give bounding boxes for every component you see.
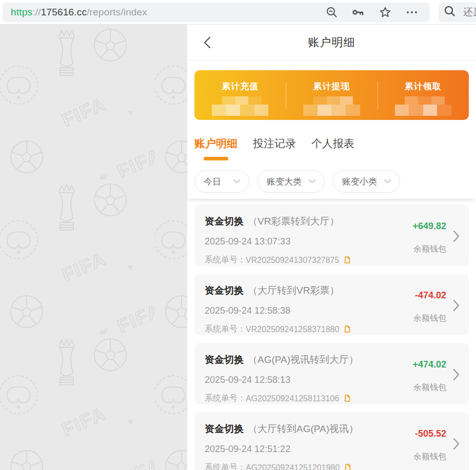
- summary-total-claim: 累计领取: [378, 80, 469, 113]
- filter-label: 账变大类: [267, 176, 302, 188]
- transaction-datetime: 2025-09-24 12:58:13: [205, 375, 390, 385]
- address-bar[interactable]: https://175616.cc/reports/index: [3, 3, 430, 22]
- order-number: VR202509241258371880: [246, 325, 339, 334]
- tab-label: 个人报表: [311, 136, 354, 151]
- active-tab-indicator: [204, 157, 228, 160]
- summary-total-deposit: 累计充值: [194, 80, 286, 113]
- summary-total-withdraw: 累计提现: [286, 80, 377, 113]
- transaction-amount: +474.02: [390, 359, 446, 370]
- transaction-type: 资金切换: [205, 285, 244, 296]
- browser-toolbar: https://175616.cc/reports/index 还原: [0, 0, 476, 25]
- summary-card: 累计充值 累计提现 累计领取: [194, 70, 469, 120]
- wallet-type-label: 余额钱包: [390, 244, 446, 255]
- filter-minor-category-dropdown[interactable]: 账变小类: [333, 170, 400, 193]
- find-query-text: 还原: [463, 6, 476, 19]
- transaction-card[interactable]: 资金切换（大厅转到VR彩票） 2025-09-24 12:58:38 系统单号：…: [194, 274, 469, 335]
- chevron-right-icon[interactable]: [453, 369, 460, 383]
- transaction-amount: -474.02: [390, 290, 446, 301]
- chevron-down-icon: [309, 179, 315, 183]
- background-watermark: FIFA: [0, 25, 187, 470]
- chevron-right-icon[interactable]: [453, 230, 460, 244]
- zoom-out-icon[interactable]: [326, 6, 338, 18]
- report-tabs: 账户明细 投注记录 个人报表: [187, 120, 476, 160]
- key-icon[interactable]: [352, 6, 365, 18]
- transaction-datetime: 2025-09-24 12:58:38: [205, 305, 390, 316]
- summary-label: 累计提现: [313, 80, 350, 92]
- order-number-label: 系统单号：: [205, 324, 246, 335]
- transaction-type: 资金切换: [205, 423, 244, 434]
- url-separator: ://: [32, 7, 41, 17]
- transaction-detail: （大厅转到VR彩票）: [248, 285, 339, 296]
- transaction-type: 资金切换: [205, 216, 244, 227]
- chevron-down-icon: [384, 179, 391, 183]
- redacted-value: [303, 96, 360, 116]
- tab-personal-report[interactable]: 个人报表: [311, 136, 354, 160]
- copy-icon[interactable]: [343, 463, 351, 470]
- copy-icon[interactable]: [343, 394, 351, 403]
- filter-major-category-dropdown[interactable]: 账变大类: [257, 170, 325, 193]
- summary-label: 累计充值: [222, 80, 259, 92]
- page-url[interactable]: https://175616.cc/reports/index: [11, 7, 147, 18]
- transaction-datetime: 2025-09-24 13:07:33: [205, 236, 390, 247]
- find-in-page-box[interactable]: 还原: [439, 3, 476, 22]
- search-icon: [444, 5, 456, 19]
- filter-date-dropdown[interactable]: 今日: [194, 170, 249, 193]
- page-header: 账户明细: [187, 25, 476, 60]
- order-number: AG202509241258113106: [246, 394, 339, 403]
- transaction-card[interactable]: 资金切换（VR彩票转到大厅） 2025-09-24 13:07:33 系统单号：…: [194, 205, 469, 266]
- transaction-detail: （AG(PA)视讯转到大厅）: [248, 354, 359, 365]
- transaction-list: 资金切换（VR彩票转到大厅） 2025-09-24 13:07:33 系统单号：…: [187, 199, 476, 470]
- fifa-pattern: FIFA: [0, 25, 187, 470]
- wallet-type-label: 余额钱包: [390, 452, 446, 462]
- filter-label: 今日: [204, 176, 221, 188]
- star-icon[interactable]: [379, 6, 391, 18]
- tab-account-detail[interactable]: 账户明细: [194, 136, 237, 160]
- chevron-right-icon[interactable]: [453, 438, 460, 452]
- tab-label: 账户明细: [194, 136, 237, 151]
- transaction-type: 资金切换: [205, 354, 244, 365]
- back-button[interactable]: [200, 34, 217, 51]
- tab-bet-records[interactable]: 投注记录: [253, 136, 296, 160]
- transaction-card[interactable]: 资金切换（大厅转到AG(PA)视讯） 2025-09-24 12:51:22 系…: [194, 412, 469, 470]
- redacted-value: [395, 96, 452, 116]
- order-number-label: 系统单号：: [205, 255, 246, 265]
- transaction-amount: -505.52: [390, 428, 446, 439]
- transaction-amount: +649.82: [390, 221, 446, 232]
- redacted-value: [212, 96, 269, 116]
- url-scheme: https: [11, 7, 32, 17]
- filter-label: 账变小类: [342, 176, 377, 188]
- filter-bar: 今日 账变大类 账变小类: [187, 160, 476, 199]
- copy-icon[interactable]: [343, 325, 351, 334]
- transaction-detail: （大厅转到AG(PA)视讯）: [248, 423, 359, 434]
- order-number: AG202509241251201980: [246, 463, 340, 470]
- page-title: 账户明细: [308, 35, 355, 50]
- copy-icon[interactable]: [343, 256, 351, 264]
- order-number: VR202509241307327875: [246, 256, 339, 265]
- account-detail-panel: 账户明细 累计充值 累计提现 累计领取: [187, 25, 476, 470]
- tab-label: 投注记录: [253, 136, 296, 151]
- url-host: 175616.cc: [41, 7, 87, 17]
- url-path: /reports/index: [87, 7, 147, 17]
- order-number-label: 系统单号：: [205, 462, 246, 470]
- summary-label: 累计领取: [405, 80, 442, 92]
- transaction-card[interactable]: 资金切换（AG(PA)视讯转到大厅） 2025-09-24 12:58:13 系…: [194, 343, 469, 404]
- ellipsis-icon[interactable]: [405, 6, 419, 18]
- transaction-detail: （VR彩票转到大厅）: [248, 216, 339, 227]
- transaction-datetime: 2025-09-24 12:51:22: [205, 444, 390, 455]
- order-number-label: 系统单号：: [205, 393, 246, 404]
- wallet-type-label: 余额钱包: [390, 382, 446, 393]
- wallet-type-label: 余额钱包: [390, 313, 446, 324]
- chevron-right-icon[interactable]: [453, 299, 460, 314]
- chevron-down-icon: [233, 179, 240, 183]
